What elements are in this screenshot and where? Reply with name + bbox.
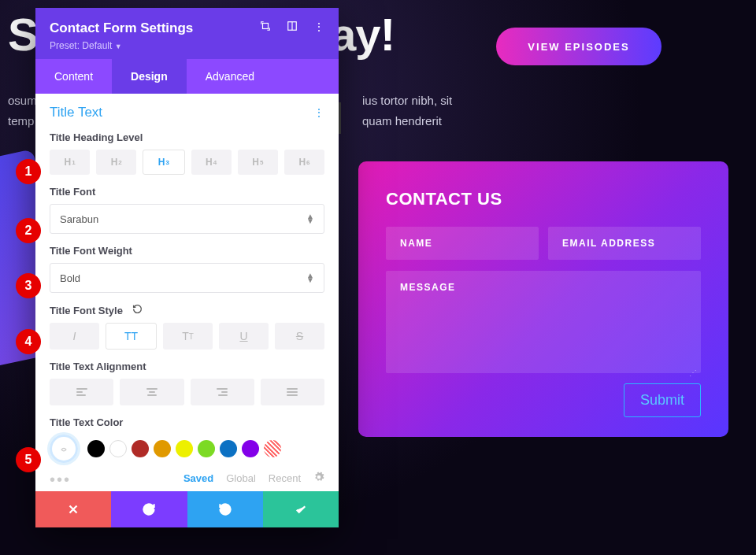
align-center-button[interactable] <box>120 379 183 405</box>
layout-icon[interactable] <box>287 20 298 34</box>
underline-button[interactable]: U <box>219 323 269 350</box>
select-arrows-icon: ▲▼ <box>306 214 314 224</box>
h1-button[interactable]: H1 <box>50 150 90 175</box>
resize-handle-icon[interactable]: ⋰ <box>689 368 697 377</box>
annotation-marker-4: 4 <box>16 329 41 354</box>
undo-button[interactable] <box>111 491 187 527</box>
color-swatch[interactable] <box>154 440 171 457</box>
recent-colors-tab[interactable]: Recent <box>269 472 301 484</box>
color-swatch[interactable] <box>220 440 237 457</box>
color-none-swatch[interactable] <box>264 440 281 457</box>
current-color-button[interactable] <box>50 435 78 463</box>
font-label: Title Font <box>50 186 324 198</box>
tab-content[interactable]: Content <box>35 59 112 94</box>
panel-tabs: Content Design Advanced <box>35 59 339 94</box>
h6-button[interactable]: H6 <box>284 150 324 175</box>
cancel-button[interactable] <box>35 491 111 527</box>
more-options-icon[interactable]: ••• <box>50 471 71 489</box>
redo-button[interactable] <box>187 491 263 527</box>
contact-title: CONTACT US <box>386 189 701 209</box>
section-title[interactable]: Title Text <box>50 105 102 120</box>
expand-icon[interactable] <box>260 20 271 34</box>
panel-body: Title Text ⋮ Title Heading Level H1 H2 H… <box>35 94 339 491</box>
alignment-label: Title Text Alignment <box>50 361 324 372</box>
color-swatch[interactable] <box>198 440 215 457</box>
panel-header: Contact Form Settings ⋮ Preset: Default … <box>35 8 339 59</box>
select-arrows-icon: ▲▼ <box>306 273 314 283</box>
weight-select[interactable]: Bold ▲▼ <box>50 263 324 293</box>
view-episodes-button[interactable]: VIEW EPISODES <box>496 28 662 65</box>
smallcaps-button[interactable]: TT <box>163 323 213 350</box>
panel-title: Contact Form Settings <box>50 20 193 36</box>
tab-advanced[interactable]: Advanced <box>187 59 273 94</box>
font-select[interactable]: Sarabun ▲▼ <box>50 204 324 234</box>
italic-button[interactable]: I <box>50 323 99 350</box>
global-colors-tab[interactable]: Global <box>226 472 256 484</box>
color-swatch[interactable] <box>109 440 127 457</box>
color-swatch[interactable] <box>87 440 105 457</box>
save-button[interactable] <box>263 491 339 527</box>
tab-design[interactable]: Design <box>112 59 187 94</box>
uppercase-button[interactable]: TT <box>106 323 157 350</box>
section-options-icon[interactable]: ⋮ <box>313 106 324 119</box>
align-left-button[interactable] <box>50 379 113 405</box>
gear-icon[interactable] <box>313 472 324 485</box>
color-swatch[interactable] <box>132 440 149 457</box>
contact-form-preview: CONTACT US NAME EMAIL ADDRESS MESSAGE ⋰ … <box>358 161 728 437</box>
annotation-marker-5: 5 <box>16 447 41 472</box>
panel-footer <box>35 491 339 527</box>
text-color-label: Title Text Color <box>50 416 324 428</box>
heading-level-label: Title Heading Level <box>50 131 324 143</box>
annotation-marker-2: 2 <box>16 218 41 243</box>
settings-panel: Contact Form Settings ⋮ Preset: Default … <box>35 8 339 527</box>
strikethrough-button[interactable]: S <box>275 323 324 350</box>
h5-button[interactable]: H5 <box>238 150 278 175</box>
reset-icon[interactable] <box>132 304 143 314</box>
annotation-marker-3: 3 <box>16 273 41 298</box>
h3-button[interactable]: H3 <box>143 150 184 175</box>
weight-label: Title Font Weight <box>50 245 324 257</box>
saved-colors-tab[interactable]: Saved <box>183 472 213 484</box>
alignment-buttons <box>50 379 324 405</box>
align-right-button[interactable] <box>191 379 254 405</box>
style-label: Title Font Style <box>50 304 324 316</box>
color-swatch[interactable] <box>242 440 259 457</box>
email-field[interactable]: EMAIL ADDRESS <box>548 227 701 260</box>
font-style-buttons: I TT TT U S <box>50 323 324 350</box>
name-field[interactable]: NAME <box>386 227 539 260</box>
svg-rect-0 <box>263 24 269 29</box>
color-swatches <box>50 435 324 463</box>
h4-button[interactable]: H4 <box>191 150 232 175</box>
h2-button[interactable]: H2 <box>96 150 136 175</box>
submit-button[interactable]: Submit <box>624 383 701 417</box>
preset-selector[interactable]: Preset: Default ▼ <box>50 40 324 51</box>
message-field[interactable]: MESSAGE <box>386 271 701 373</box>
heading-level-buttons: H1 H2 H3 H4 H5 H6 <box>50 150 324 175</box>
align-justify-button[interactable] <box>261 379 324 405</box>
more-icon[interactable]: ⋮ <box>313 20 324 34</box>
annotation-marker-1: 1 <box>16 159 41 184</box>
color-swatch[interactable] <box>176 440 193 457</box>
